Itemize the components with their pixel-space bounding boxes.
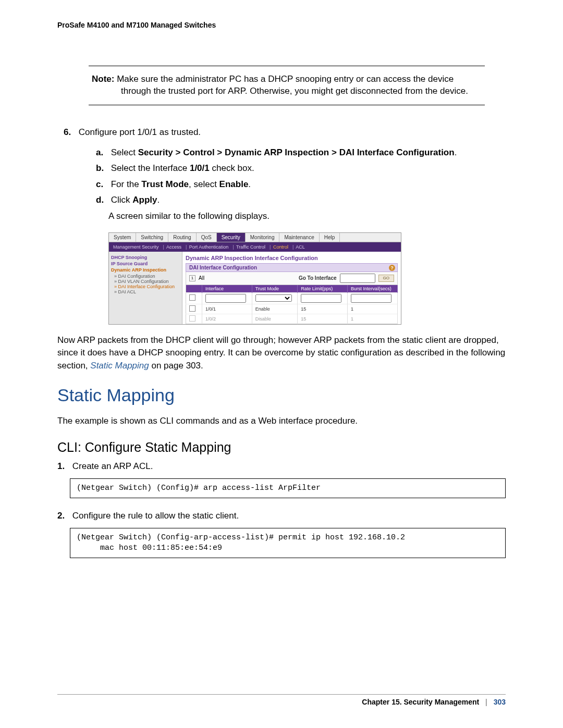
code-block-1: (Netgear Switch) (Config)# arp access-li… xyxy=(70,478,506,498)
para-after-ui-t2: on page 303. xyxy=(149,361,203,371)
step-6c: c. For the Trust Mode, select Enable. xyxy=(108,178,506,191)
subtab-traffic-control[interactable]: Traffic Control xyxy=(236,244,265,250)
subtab-access[interactable]: Access xyxy=(166,244,181,250)
ui-sidebar: DHCP Snooping IP Source Guard Dynamic AR… xyxy=(109,252,182,324)
row-1-rate: 15 xyxy=(298,304,348,314)
tab-monitoring[interactable]: Monitoring xyxy=(246,233,280,242)
step-6c-t1: For the xyxy=(111,179,142,189)
step-6b-b1: 1/0/1 xyxy=(190,163,210,173)
cli-step-2-num: 2. xyxy=(57,510,70,523)
step-6c-t3: . xyxy=(248,179,251,189)
step-6b-t2: check box. xyxy=(210,163,254,173)
note-label: Note: xyxy=(92,74,114,84)
row-1-burst: 1 xyxy=(348,304,398,314)
sidebar-dai-config[interactable]: » DAI Configuration xyxy=(114,274,180,279)
subtab-control[interactable]: Control xyxy=(273,244,288,250)
sidebar-dynamic-arp[interactable]: Dynamic ARP Inspection xyxy=(111,267,180,273)
step-6a-bold: Security > Control > Dynamic ARP Inspect… xyxy=(138,147,455,157)
step-6d-t2: . xyxy=(157,195,160,205)
filter-bar: 1 All Go To Interface GO xyxy=(186,272,398,285)
subtab-port-auth[interactable]: Port Authentication xyxy=(189,244,229,250)
ui-subtabs: Management Security| Access| Port Authen… xyxy=(109,242,401,252)
footer-chapter: Chapter 15. Security Management xyxy=(362,698,479,706)
h1-after-para: The example is shown as CLI commands and… xyxy=(57,415,506,428)
step-6-num: 6. xyxy=(64,126,76,139)
input-rate-limit[interactable] xyxy=(301,294,341,303)
para-after-ui-link[interactable]: Static Mapping xyxy=(90,361,149,371)
step-6a: a. Select Security > Control > Dynamic A… xyxy=(108,146,506,159)
row-2-interface: 1/0/2 xyxy=(202,314,252,324)
section-header-text: DAI Interface Configuration xyxy=(189,265,257,270)
step-6a-suffix: . xyxy=(455,147,457,157)
col-interface: Interface xyxy=(202,285,252,293)
table-row: 1/0/2 Disable 15 1 xyxy=(186,314,398,324)
input-trust-mode[interactable] xyxy=(255,294,292,302)
row-2-trust: Disable xyxy=(252,314,297,324)
ui-tabs: System Switching Routing QoS Security Mo… xyxy=(109,233,401,242)
step-6-after: A screen similar to the following displa… xyxy=(57,210,506,223)
input-burst-interval[interactable] xyxy=(351,294,391,303)
tab-qos[interactable]: QoS xyxy=(197,233,217,242)
code-block-2: (Netgear Switch) (Config-arp-access-list… xyxy=(70,528,506,559)
tab-help[interactable]: Help xyxy=(320,233,340,242)
step-6b-lett: b. xyxy=(96,162,108,175)
col-trust-mode: Trust Mode xyxy=(252,285,297,293)
page: ProSafe M4100 and M7100 Managed Switches… xyxy=(0,0,563,728)
table-header-row: Interface Trust Mode Rate Limit(pps) Bur… xyxy=(186,285,398,293)
row-1-interface: 1/0/1 xyxy=(202,304,252,314)
tab-routing[interactable]: Routing xyxy=(168,233,196,242)
step-6a-prefix: Select xyxy=(111,147,138,157)
sidebar-ip-source-guard[interactable]: IP Source Guard xyxy=(111,261,180,266)
filter-all[interactable]: All xyxy=(199,275,204,281)
col-burst-interval: Burst Interval(secs) xyxy=(348,285,398,293)
heading-static-mapping: Static Mapping xyxy=(57,385,506,405)
subtab-mgmt-security[interactable]: Management Security xyxy=(113,244,159,250)
row-input-checkbox[interactable] xyxy=(189,294,195,301)
cli-step-2-text: Configure the rule to allow the static c… xyxy=(72,511,239,521)
goto-label: Go To Interface xyxy=(299,275,337,281)
note-box: Note: Make sure the administrator PC has… xyxy=(89,66,485,105)
tab-maintenance[interactable]: Maintenance xyxy=(279,233,319,242)
step-6d-t1: Click xyxy=(111,195,133,205)
tab-system[interactable]: System xyxy=(109,233,136,242)
step-6d-lett: d. xyxy=(96,194,108,207)
footer-page-number: 303 xyxy=(494,698,506,706)
step-6d: d. Click Apply. xyxy=(108,194,506,207)
step-6b-t1: Select the Interface xyxy=(111,163,190,173)
sidebar-dhcp-snooping[interactable]: DHCP Snooping xyxy=(111,255,180,260)
cli-step-1: 1. Create an ARP ACL. xyxy=(70,460,506,473)
step-6c-t2: , select xyxy=(189,179,219,189)
row-2-rate: 15 xyxy=(298,314,348,324)
para-after-ui: Now ARP packets from the DHCP client wil… xyxy=(57,334,506,373)
row-1-trust: Enable xyxy=(252,304,297,314)
section-header: DAI Interface Configuration ? xyxy=(186,263,398,272)
sidebar-dai-iface-config[interactable]: » DAI Interface Configuration xyxy=(114,284,180,289)
filter-page-1[interactable]: 1 xyxy=(189,275,195,281)
cli-step-1-text: Create an ARP ACL. xyxy=(72,461,153,471)
row-2-checkbox[interactable] xyxy=(189,315,195,322)
tab-switching[interactable]: Switching xyxy=(136,233,168,242)
goto-interface-input[interactable] xyxy=(340,274,375,283)
sidebar-dai-acl[interactable]: » DAI ACL xyxy=(114,289,180,294)
step-6b: b. Select the Interface 1/0/1 check box. xyxy=(108,162,506,175)
page-footer: Chapter 15. Security Management | 303 xyxy=(57,694,506,706)
step-6c-b1: Trust Mode xyxy=(141,179,189,189)
step-6d-b1: Apply xyxy=(132,195,157,205)
row-1-checkbox[interactable] xyxy=(189,305,195,312)
sidebar-dai-vlan-config[interactable]: » DAI VLAN Configuration xyxy=(114,279,180,284)
help-icon[interactable]: ? xyxy=(389,265,395,271)
step-6-text: Configure port 1/0/1 as trusted. xyxy=(79,127,201,137)
tab-security[interactable]: Security xyxy=(217,233,246,242)
row-2-burst: 1 xyxy=(348,314,398,324)
panel-title: Dynamic ARP Inspection Interface Configu… xyxy=(186,255,398,261)
step-6c-b2: Enable xyxy=(219,179,249,189)
running-header: ProSafe M4100 and M7100 Managed Switches xyxy=(57,21,506,29)
subtab-acl[interactable]: ACL xyxy=(296,244,305,250)
input-interface[interactable] xyxy=(205,294,246,303)
table-row: 1/0/1 Enable 15 1 xyxy=(186,304,398,314)
cli-step-1-num: 1. xyxy=(57,460,70,473)
footer-separator: | xyxy=(485,698,487,706)
cli-step-2: 2. Configure the rule to allow the stati… xyxy=(70,510,506,523)
dai-table: Interface Trust Mode Rate Limit(pps) Bur… xyxy=(186,285,398,324)
go-button[interactable]: GO xyxy=(378,275,394,282)
